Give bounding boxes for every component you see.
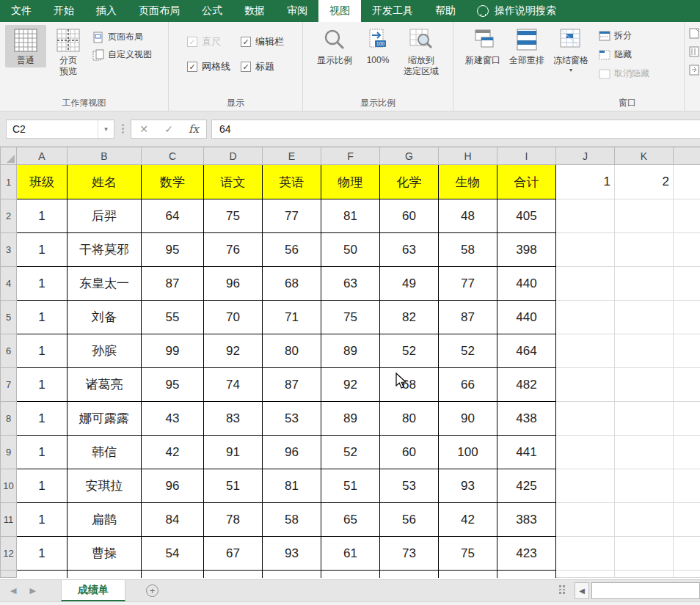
cell[interactable]: 423: [497, 537, 556, 571]
normal-view-button[interactable]: 普通: [5, 25, 46, 67]
cell-clipped[interactable]: [321, 571, 380, 578]
cell-clipped[interactable]: [204, 571, 263, 578]
cell[interactable]: 82: [380, 301, 439, 334]
checkbox-icon[interactable]: ✓: [187, 37, 197, 47]
cell[interactable]: 1: [17, 334, 68, 368]
row-header[interactable]: 2: [1, 199, 17, 233]
cell[interactable]: 67: [204, 537, 263, 571]
cell[interactable]: 96: [142, 469, 204, 503]
cell[interactable]: [615, 571, 674, 578]
cell[interactable]: 1: [17, 503, 68, 537]
cell[interactable]: [674, 436, 700, 469]
cell[interactable]: 语文: [204, 165, 263, 199]
cell[interactable]: 482: [497, 368, 556, 402]
unhide-button[interactable]: 取消隐藏: [599, 67, 649, 80]
cell[interactable]: 英语: [263, 165, 321, 199]
ribbon-tab[interactable]: 页面布局: [128, 0, 191, 22]
formula-bar-grip[interactable]: [114, 124, 131, 133]
cell[interactable]: 56: [380, 503, 439, 537]
hide-button[interactable]: 隐藏: [599, 48, 649, 61]
cell[interactable]: 姓名: [68, 165, 142, 199]
cell[interactable]: [615, 301, 674, 334]
cell[interactable]: 53: [380, 469, 439, 503]
cell[interactable]: [556, 436, 615, 469]
cell[interactable]: 83: [204, 402, 263, 436]
cell[interactable]: 54: [142, 537, 204, 571]
column-header-A[interactable]: A: [17, 147, 68, 165]
zoom-button[interactable]: 显示比例: [313, 25, 356, 67]
row-header[interactable]: 11: [1, 503, 17, 537]
cell[interactable]: 76: [204, 233, 263, 267]
cell[interactable]: 韩信: [68, 436, 142, 469]
cell[interactable]: 诸葛亮: [68, 368, 142, 402]
cell-clipped[interactable]: [380, 571, 439, 578]
cell[interactable]: 65: [321, 503, 380, 537]
sheet-tab-active[interactable]: 成绩单: [61, 580, 125, 601]
reset-window-position-icon[interactable]: [689, 65, 699, 76]
cell[interactable]: 398: [497, 233, 556, 267]
column-header-G[interactable]: G: [380, 147, 439, 165]
column-header-F[interactable]: F: [321, 147, 380, 165]
view-side-by-side-icon[interactable]: [689, 28, 699, 39]
column-header-clipped[interactable]: [674, 147, 700, 165]
checkbox-直尺[interactable]: ✓直尺: [187, 35, 230, 48]
cell[interactable]: 1: [17, 233, 68, 267]
cell[interactable]: [615, 537, 674, 571]
page-break-preview-button[interactable]: 分页 预览: [48, 25, 89, 78]
cell[interactable]: [556, 503, 615, 537]
cell-clipped[interactable]: [17, 571, 68, 578]
select-all-corner[interactable]: [1, 147, 17, 165]
cell[interactable]: 58: [439, 233, 497, 267]
cell[interactable]: [556, 334, 615, 368]
zoom-to-selection-button[interactable]: 缩放到 选定区域: [400, 25, 442, 78]
cell[interactable]: 71: [263, 301, 321, 334]
cell[interactable]: 52: [380, 334, 439, 368]
cell[interactable]: 77: [263, 199, 321, 233]
cell[interactable]: [556, 537, 615, 571]
cell[interactable]: [615, 503, 674, 537]
row-header[interactable]: 5: [1, 301, 17, 334]
cell[interactable]: [615, 368, 674, 402]
cell[interactable]: 73: [380, 537, 439, 571]
cell-clipped[interactable]: [68, 571, 142, 578]
cell[interactable]: 安琪拉: [68, 469, 142, 503]
tell-me-search[interactable]: 操作说明搜索: [467, 0, 566, 22]
ribbon-tab[interactable]: 插入: [85, 0, 128, 22]
hscroll-left-icon[interactable]: ◀: [575, 582, 589, 599]
cell[interactable]: [556, 368, 615, 402]
column-header-B[interactable]: B: [68, 147, 142, 165]
cell[interactable]: 娜可露露: [68, 402, 142, 436]
cell[interactable]: 99: [142, 334, 204, 368]
cell[interactable]: 1: [556, 165, 615, 199]
cell[interactable]: 1: [17, 368, 68, 402]
sheet-nav-left-icon[interactable]: ◀: [10, 586, 16, 595]
cell[interactable]: 60: [380, 436, 439, 469]
cell[interactable]: 78: [204, 503, 263, 537]
column-header-E[interactable]: E: [263, 147, 321, 165]
cell[interactable]: 96: [204, 267, 263, 301]
cell[interactable]: 后羿: [68, 199, 142, 233]
cell[interactable]: [674, 537, 700, 571]
cell[interactable]: [556, 199, 615, 233]
cell[interactable]: [674, 334, 700, 368]
freeze-panes-button[interactable]: 冻结窗格 ▾: [550, 25, 592, 75]
cell[interactable]: 93: [439, 469, 497, 503]
cell[interactable]: 84: [142, 503, 204, 537]
cell[interactable]: [556, 571, 615, 578]
cell[interactable]: 81: [321, 199, 380, 233]
cell[interactable]: [674, 571, 700, 578]
name-box[interactable]: C2 ▾: [6, 120, 114, 139]
cell[interactable]: 87: [439, 301, 497, 334]
checkbox-icon[interactable]: ✓: [187, 62, 197, 72]
cell[interactable]: 100: [439, 436, 497, 469]
cell[interactable]: 92: [321, 368, 380, 402]
column-header-H[interactable]: H: [439, 147, 497, 165]
row-header[interactable]: 9: [1, 436, 17, 469]
cell[interactable]: [615, 436, 674, 469]
cell[interactable]: 物理: [321, 165, 380, 199]
cell[interactable]: 58: [263, 503, 321, 537]
row-header[interactable]: 4: [1, 267, 17, 301]
cell[interactable]: [556, 402, 615, 436]
cell[interactable]: 75: [439, 537, 497, 571]
checkbox-标题[interactable]: ✓标题: [241, 60, 284, 73]
